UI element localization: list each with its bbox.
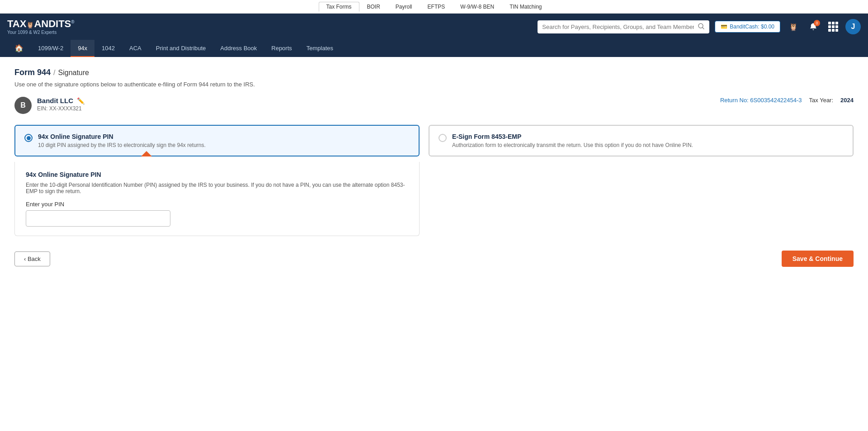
home-icon: 🏠: [14, 44, 24, 52]
pin-section-desc: Enter the 10-digit Personal Identificati…: [26, 182, 408, 194]
nav-94x[interactable]: 94x: [71, 40, 94, 57]
search-bar[interactable]: [538, 20, 709, 33]
save-continue-button[interactable]: Save & Continue: [782, 251, 854, 267]
top-nav-tin[interactable]: TIN Matching: [502, 2, 549, 12]
top-nav: Tax Forms BOIR Payroll EFTPS W-9/W-8 BEN…: [0, 0, 868, 14]
action-row: ‹ Back Save & Continue: [14, 251, 854, 267]
page-content: Form 944 / Signature Use one of the sign…: [0, 57, 868, 431]
page-description: Use one of the signature options below t…: [14, 81, 854, 88]
sig-option-esign-desc: Authorization form to electronically tra…: [452, 142, 693, 148]
nav-address-book[interactable]: Address Book: [213, 40, 264, 57]
top-nav-tabs: Tax Forms BOIR Payroll EFTPS W-9/W-8 BEN…: [319, 2, 550, 12]
page-form-title: Form 944: [14, 68, 51, 77]
nav-print-distribute[interactable]: Print and Distribute: [149, 40, 213, 57]
nav-1099-w2[interactable]: 1099/W-2: [31, 40, 71, 57]
sig-option-esign-content: E-Sign Form 8453-EMP Authorization form …: [452, 133, 693, 148]
bandit-cash-label: BanditCash: $0.00: [730, 24, 774, 30]
company-info-row: B Bandit LLC ✏️ EIN: XX-XXXX321 Return N…: [14, 97, 854, 114]
sig-option-esign-title: E-Sign Form 8453-EMP: [452, 133, 693, 140]
company-ein: EIN: XX-XXXX321: [37, 105, 85, 112]
nav-home[interactable]: 🏠: [7, 40, 31, 57]
notification-button[interactable]: 0: [806, 19, 821, 34]
edit-icon[interactable]: ✏️: [77, 97, 85, 104]
owl-header-icon[interactable]: 🦉: [786, 19, 801, 34]
logo-tax-text: TAX: [7, 18, 26, 29]
logo-subtitle: Your 1099 & W2 Experts: [7, 30, 80, 35]
notification-badge: 0: [814, 20, 820, 26]
top-nav-tax-forms[interactable]: Tax Forms: [319, 2, 359, 12]
radio-online-pin-fill: [27, 136, 31, 140]
sig-option-online-pin-content: 94x Online Signature PIN 10 digit PIN as…: [38, 133, 206, 148]
nav-reports[interactable]: Reports: [264, 40, 299, 57]
main-nav: 🏠 1099/W-2 94x 1042 ACA Print and Distri…: [0, 40, 868, 57]
logo-owl-icon: 🦉: [26, 21, 34, 28]
sig-option-online-pin-desc: 10 digit PIN assigned by the IRS to elec…: [38, 142, 206, 148]
top-nav-w9[interactable]: W-9/W-8 BEN: [453, 2, 502, 12]
company-avatar: B: [14, 97, 32, 114]
user-avatar-button[interactable]: J: [845, 19, 861, 34]
nav-templates[interactable]: Templates: [299, 40, 340, 57]
company-left: B Bandit LLC ✏️ EIN: XX-XXXX321: [14, 97, 85, 114]
header-bar: TAX🦉ANDITS® Your 1099 & W2 Experts 💳 Ban…: [0, 14, 868, 40]
pin-section-title: 94x Online Signature PIN: [26, 171, 408, 178]
top-nav-payroll[interactable]: Payroll: [388, 2, 420, 12]
signature-options-row: 94x Online Signature PIN 10 digit PIN as…: [14, 125, 854, 236]
grid-icon: [828, 22, 838, 32]
search-input[interactable]: [542, 24, 694, 30]
company-right: Return No: 6S003542422454-3 Tax Year: 20…: [720, 97, 854, 104]
company-name: Bandit LLC: [37, 97, 73, 104]
top-nav-boir[interactable]: BOIR: [359, 2, 388, 12]
page-subtitle-text: Signature: [58, 69, 90, 77]
nav-1042[interactable]: 1042: [94, 40, 122, 57]
header-icons: 🦉 0 J: [786, 19, 861, 34]
tax-year-label: Tax Year:: [809, 97, 834, 104]
logo-main: TAX🦉ANDITS®: [7, 19, 80, 29]
page-title-separator: /: [53, 69, 55, 77]
wallet-icon: 💳: [721, 24, 727, 30]
page-title-row: Form 944 / Signature: [14, 68, 854, 77]
return-number: Return No: 6S003542422454-3: [720, 97, 802, 104]
pin-section: 94x Online Signature PIN Enter the 10-di…: [14, 162, 420, 236]
svg-line-1: [703, 27, 704, 29]
back-button[interactable]: ‹ Back: [14, 251, 50, 266]
tax-year-value: 2024: [840, 97, 854, 104]
logo-andits-text: ANDITS: [34, 18, 71, 29]
signature-option-esign[interactable]: E-Sign Form 8453-EMP Authorization form …: [429, 125, 854, 156]
logo[interactable]: TAX🦉ANDITS® Your 1099 & W2 Experts: [7, 19, 80, 35]
nav-aca[interactable]: ACA: [122, 40, 149, 57]
company-details: Bandit LLC ✏️ EIN: XX-XXXX321: [37, 97, 85, 112]
bandit-cash-button[interactable]: 💳 BanditCash: $0.00: [715, 21, 780, 33]
radio-online-pin[interactable]: [24, 134, 33, 142]
search-icon: [698, 23, 705, 31]
pin-input[interactable]: [26, 210, 170, 227]
top-nav-eftps[interactable]: EFTPS: [420, 2, 453, 12]
owl-icon: 🦉: [789, 23, 798, 31]
radio-esign[interactable]: [439, 134, 447, 142]
signature-option-online-pin[interactable]: 94x Online Signature PIN 10 digit PIN as…: [14, 125, 420, 156]
grid-menu-button[interactable]: [826, 19, 841, 34]
pin-arrow: [141, 151, 152, 156]
company-name-row: Bandit LLC ✏️: [37, 97, 85, 104]
sig-option-online-pin-title: 94x Online Signature PIN: [38, 133, 206, 140]
pin-input-label: Enter your PIN: [26, 201, 408, 208]
